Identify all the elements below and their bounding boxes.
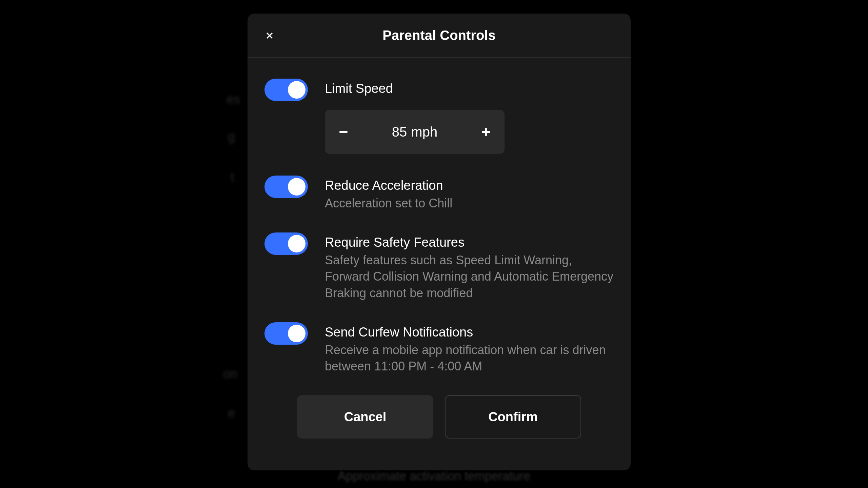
modal-footer: Cancel Confirm [264, 395, 614, 439]
limit-speed-label: Limit Speed [325, 81, 614, 97]
reduce-accel-desc: Acceleration set to Chill [325, 195, 614, 212]
modal-title: Parental Controls [382, 28, 495, 43]
safety-features-label: Require Safety Features [325, 235, 614, 251]
close-icon [264, 30, 275, 41]
minus-icon [337, 125, 350, 139]
background-hint-text: Approximate activation temperature [338, 469, 530, 483]
speed-stepper: 85 mph [325, 110, 505, 154]
modal-body: Limit Speed 85 mph [248, 58, 631, 439]
setting-limit-speed: Limit Speed [264, 78, 614, 101]
curfew-label: Send Curfew Notifications [325, 324, 614, 341]
speed-value-display: 85 mph [392, 124, 437, 140]
setting-curfew: Send Curfew Notifications Receive a mobi… [264, 322, 614, 375]
speed-number: 85 [392, 124, 407, 140]
safety-features-desc: Safety features such as Speed Limit Warn… [325, 252, 614, 302]
plus-icon [479, 125, 493, 139]
decrement-button[interactable] [335, 123, 352, 140]
confirm-button[interactable]: Confirm [445, 395, 581, 439]
curfew-desc: Receive a mobile app notification when c… [325, 342, 614, 375]
toggle-reduce-acceleration[interactable] [264, 176, 308, 198]
setting-safety-features: Require Safety Features Safety features … [264, 232, 614, 301]
modal-header: Parental Controls [248, 14, 631, 58]
toggle-safety-features[interactable] [264, 232, 308, 255]
cancel-button[interactable]: Cancel [297, 395, 433, 439]
speed-unit: mph [411, 124, 437, 140]
reduce-accel-label: Reduce Acceleration [325, 178, 614, 194]
parental-controls-modal: Parental Controls Limit Speed 85 mph [248, 14, 631, 470]
toggle-limit-speed[interactable] [264, 79, 308, 101]
close-button[interactable] [263, 29, 276, 42]
toggle-curfew[interactable] [264, 322, 308, 345]
increment-button[interactable] [477, 123, 494, 140]
